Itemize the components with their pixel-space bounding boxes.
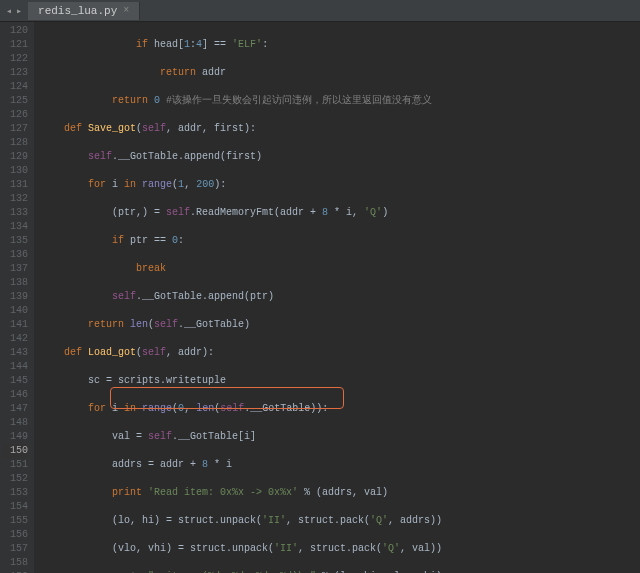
code-line: return len(self.__GotTable) [40,318,640,332]
nav-arrows: ◂ ▸ [0,5,28,17]
code-line: def Load_got(self, addr): [40,346,640,360]
code-line: (ptr,) = self.ReadMemoryFmt(addr + 8 * i… [40,206,640,220]
code-line: break [40,262,640,276]
nav-back-icon[interactable]: ◂ [6,5,12,17]
tab-filename: redis_lua.py [38,5,117,17]
code-line: if ptr == 0: [40,234,640,248]
code-line: def Save_got(self, addr, first): [40,122,640,136]
code-line: (lo, hi) = struct.unpack('II', struct.pa… [40,514,640,528]
file-tab[interactable]: redis_lua.py × [28,2,140,20]
code-line: val = self.__GotTable[i] [40,430,640,444]
code-line: if head[1:4] == 'ELF': [40,38,640,52]
code-line: for i in range(1, 200): [40,178,640,192]
line-gutter: 120121122123124 125126127128129 13013113… [0,22,34,573]
code-area[interactable]: if head[1:4] == 'ELF': return addr retur… [34,22,640,573]
code-line: (vlo, vhi) = struct.unpack('II', struct.… [40,542,640,556]
close-icon[interactable]: × [123,5,129,16]
code-line: self.__GotTable.append(ptr) [40,290,640,304]
code-line: return addr [40,66,640,80]
code-line: addrs = addr + 8 * i [40,458,640,472]
code-line: sc = scripts.writetuple [40,374,640,388]
nav-fwd-icon[interactable]: ▸ [16,5,22,17]
code-line: return 0 #该操作一旦失败会引起访问违例，所以这里返回值没有意义 [40,94,640,108]
tab-bar: ◂ ▸ redis_lua.py × [0,0,640,22]
code-line: for i in range(0, len(self.__GotTable)): [40,402,640,416]
code-line: self.__GotTable.append(first) [40,150,640,164]
code-line: print 'Read item: 0x%x -> 0x%x' % (addrs… [40,486,640,500]
editor: 120121122123124 125126127128129 13013113… [0,22,640,573]
